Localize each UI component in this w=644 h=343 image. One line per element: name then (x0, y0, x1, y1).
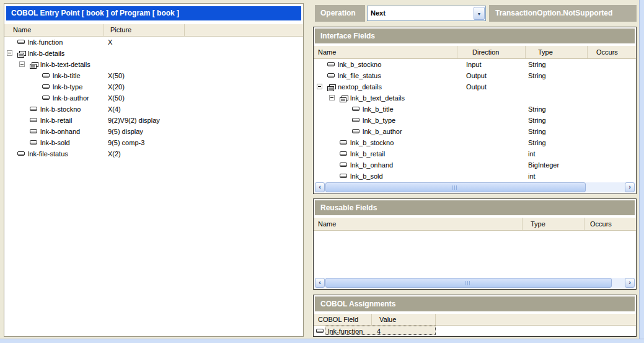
tree-item-label: lnk_b_stockno (350, 138, 394, 147)
tree-item-label: lnk-b-title (53, 71, 81, 80)
vertical-scrollbar[interactable] (639, 0, 644, 343)
reusable-fields-section: Reusable Fields Name Type Occurs ‹ › (313, 198, 637, 290)
field-icon (327, 73, 335, 78)
column-header-name: Name (4, 24, 104, 36)
field-icon (340, 140, 347, 145)
field-icon (352, 129, 359, 133)
tree-row[interactable]: lnk_b_retailint (314, 148, 636, 159)
tree-item-label: lnk-b-details (28, 49, 64, 58)
tree-cell-type: int (528, 149, 536, 158)
field-icon (340, 174, 347, 178)
tree-row[interactable]: lnk-b-sold9(5) comp-3 (4, 137, 303, 148)
scroll-thumb[interactable] (325, 278, 612, 288)
tree-cell-picture: X(50) (108, 71, 125, 80)
assignment-field: lnk-function (328, 327, 363, 336)
interface-fields-title: Interface Fields (315, 29, 635, 43)
reusable-fields-title: Reusable Fields (315, 200, 635, 215)
tree-row[interactable]: lnk_b_titleString (314, 104, 636, 115)
interface-fields-tree: lnk_b_stocknoInputStringlnk_file_statusO… (314, 59, 636, 182)
tree-cell-type: String (528, 60, 546, 69)
tree-row[interactable]: lnk-b-authorX(50) (4, 92, 303, 104)
field-icon (42, 96, 50, 100)
tree-item-label: lnk_b_onhand (350, 161, 393, 169)
cobol-assignments-rows: lnk-function4 (314, 326, 636, 336)
tree-item-label: lnk_b_author (363, 127, 402, 136)
field-icon (30, 129, 37, 133)
tree-row[interactable]: lnk-b-onhand9(5) display (4, 126, 303, 137)
tree-item-label: lnk-b-sold (40, 138, 70, 147)
assignment-value: 4 (377, 327, 381, 336)
tree-cell-picture: 9(5) display (108, 127, 143, 136)
field-icon (42, 73, 50, 78)
field-icon (340, 163, 347, 167)
operation-selected-value: Next (368, 6, 485, 20)
tree-row[interactable]: lnk_b_stocknoInputString (314, 59, 636, 70)
column-header-occurs: Occurs (588, 46, 636, 58)
horizontal-scrollbar[interactable] (0, 339, 644, 343)
assignment-row[interactable]: lnk-function4 (314, 326, 636, 336)
scroll-left-icon[interactable]: ‹ (315, 182, 325, 192)
tree-row[interactable]: lnk_file_statusOutputString (314, 70, 636, 81)
column-header-cobol-field: COBOL Field (314, 314, 372, 325)
tree-row[interactable]: lnk-b-text-details (4, 59, 303, 70)
tree-item-label: lnk-file-status (28, 149, 68, 158)
tree-cell-picture: 9(5) comp-3 (108, 138, 144, 147)
scroll-left-icon[interactable]: ‹ (315, 278, 325, 288)
operation-label: Operation (315, 5, 365, 22)
field-icon (17, 151, 25, 156)
tree-item-label: nextop_details (338, 82, 382, 91)
tree-item-label: lnk-b-type (53, 82, 82, 91)
collapse-minus-icon[interactable] (7, 50, 12, 56)
group-icon (17, 50, 27, 57)
horizontal-scrollbar[interactable]: ‹ › (315, 278, 635, 288)
tree-row[interactable]: lnk-b-retail9(2)V9(2) display (4, 115, 303, 126)
tree-row[interactable]: lnk_b_text_details (314, 92, 636, 104)
column-header-occurs: Occurs (584, 218, 636, 230)
tree-item-label: lnk_b_title (363, 105, 394, 114)
assignment-focus-cell[interactable]: lnk-function4 (325, 326, 436, 335)
tree-row[interactable]: lnk_b_typeString (314, 115, 636, 126)
chevron-down-icon[interactable]: ▼ (474, 7, 485, 20)
tree-item-label: lnk-b-text-details (40, 60, 90, 69)
field-icon (352, 118, 359, 122)
column-header-name: Name (314, 218, 523, 230)
tree-row[interactable]: lnk-b-titleX(50) (4, 70, 303, 81)
field-icon (30, 118, 37, 122)
tree-row[interactable]: nextop_detailsOutput (314, 81, 636, 92)
tree-row[interactable]: lnk-b-typeX(20) (4, 81, 303, 92)
scroll-thumb[interactable] (325, 182, 586, 192)
tree-item-label: lnk-b-stockno (40, 105, 81, 114)
operation-select[interactable]: Next ▼ (367, 6, 486, 21)
tree-cell-picture: X(20) (108, 82, 125, 91)
cobol-assignments-section: COBOL Assignments COBOL Field Value lnk-… (313, 295, 637, 337)
tree-cell-picture: X(50) (108, 94, 125, 102)
field-icon (30, 107, 37, 111)
interface-fields-column-header: Name Direction Type Occurs (314, 46, 636, 59)
tree-row[interactable]: lnk-functionX (4, 37, 303, 48)
tree-item-label: lnk_b_type (363, 116, 395, 125)
tree-row[interactable]: lnk-b-details (4, 48, 303, 59)
tree-row[interactable]: lnk_b_onhandBigInteger (314, 159, 636, 171)
collapse-minus-icon[interactable] (317, 84, 322, 89)
scroll-right-icon[interactable]: › (625, 182, 635, 192)
tree-row[interactable]: lnk-file-statusX(2) (4, 148, 303, 159)
collapse-minus-icon[interactable] (19, 61, 25, 67)
tree-cell-type: String (528, 71, 546, 80)
column-header-picture: Picture (104, 24, 185, 36)
field-icon (17, 40, 25, 44)
tree-cell-direction: Output (466, 71, 487, 80)
field-icon (340, 151, 347, 156)
horizontal-scrollbar[interactable]: ‹ › (315, 182, 635, 192)
tree-cell-type: int (528, 172, 536, 180)
scroll-right-icon[interactable]: › (625, 278, 635, 288)
tree-cell-picture: X(4) (108, 105, 121, 114)
group-icon (30, 61, 39, 68)
tree-row[interactable]: lnk_b_stocknoString (314, 137, 636, 148)
collapse-minus-icon[interactable] (329, 95, 335, 100)
tree-row[interactable]: lnk_b_authorString (314, 126, 636, 137)
tree-cell-type: BigInteger (528, 161, 559, 169)
tree-cell-direction: Input (466, 60, 481, 69)
tree-item-label: lnk_b_stockno (338, 60, 381, 69)
tree-row[interactable]: lnk-b-stocknoX(4) (4, 104, 303, 115)
tree-row[interactable]: lnk_b_soldint (314, 171, 636, 182)
